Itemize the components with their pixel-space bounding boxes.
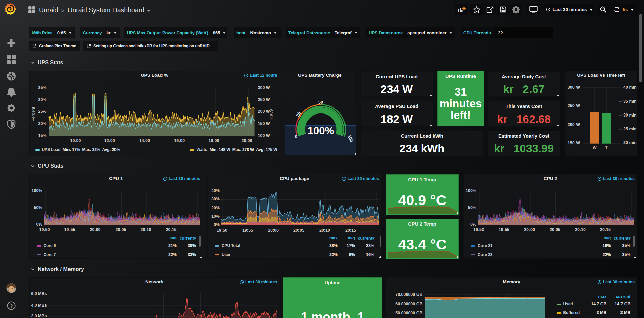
svg-text:20: 20 xyxy=(295,111,302,118)
svg-text:?: ? xyxy=(10,303,13,309)
svg-text:50: 50 xyxy=(318,100,323,105)
svg-text:100%: 100% xyxy=(308,125,334,137)
svg-text:0: 0 xyxy=(295,134,297,139)
